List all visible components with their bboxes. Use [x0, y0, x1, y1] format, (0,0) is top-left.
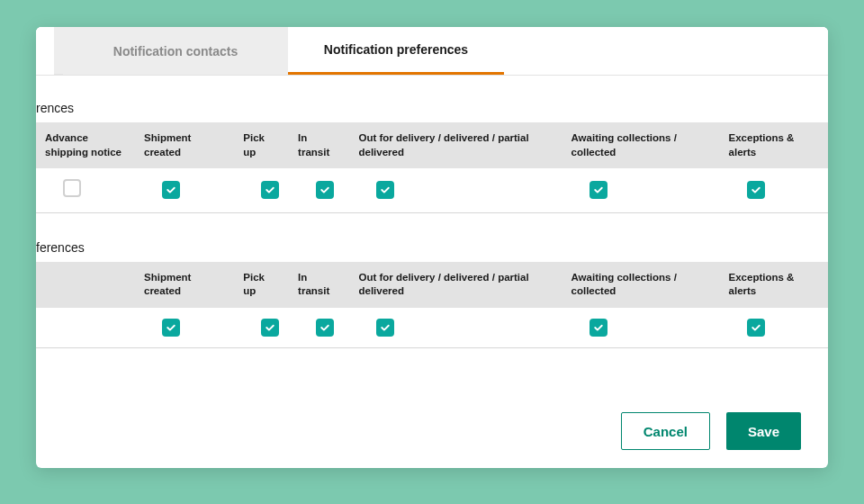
checkbox-in-transit-1[interactable] — [316, 181, 334, 199]
table1-header-5: Awaiting collections / collected — [562, 122, 720, 168]
checkbox-shipment-created-1[interactable] — [162, 181, 180, 199]
footer-actions: Cancel Save — [621, 412, 801, 450]
check-icon — [751, 322, 761, 333]
check-icon — [166, 322, 176, 333]
check-icon — [593, 184, 604, 195]
checkbox-exceptions-alerts-1[interactable] — [747, 181, 765, 199]
tab-spacer — [36, 27, 54, 75]
checkbox-awaiting-collections-1[interactable] — [590, 181, 608, 199]
check-icon — [265, 184, 275, 195]
table1-row — [36, 168, 828, 212]
table2-header-4: Out for delivery / delivered / partial d… — [349, 262, 562, 308]
save-button[interactable]: Save — [726, 412, 801, 450]
table2-header-6: Exceptions & alerts — [720, 262, 828, 308]
preferences-table-2: Shipment created Pick up In transit Out … — [36, 262, 828, 349]
check-icon — [593, 322, 604, 333]
section2-title: ferences — [36, 213, 828, 262]
settings-panel: Notification contacts Notification prefe… — [36, 27, 828, 468]
check-icon — [751, 184, 761, 195]
checkbox-in-transit-2[interactable] — [316, 319, 334, 337]
table2-row — [36, 308, 828, 347]
table2-header-5: Awaiting collections / collected — [562, 262, 720, 308]
check-icon — [320, 322, 330, 333]
checkbox-awaiting-collections-2[interactable] — [590, 319, 608, 337]
check-icon — [166, 184, 176, 195]
table1-header-3: In transit — [289, 122, 349, 168]
check-icon — [380, 322, 391, 333]
tab-contacts-label: Notification contacts — [113, 44, 238, 58]
table2-divider — [36, 347, 828, 348]
table1-header-2: Pick up — [234, 122, 289, 168]
tab-gap — [54, 27, 63, 75]
checkbox-out-for-delivery-2[interactable] — [376, 319, 394, 337]
table1-header-0: Advance shipping notice — [36, 122, 135, 168]
table1-header-1: Shipment created — [135, 122, 234, 168]
checkbox-shipment-created-2[interactable] — [162, 319, 180, 337]
table2-header-2: Pick up — [234, 262, 289, 308]
check-icon — [265, 322, 275, 333]
tab-contacts[interactable]: Notification contacts — [63, 27, 288, 75]
tab-rest — [504, 27, 828, 75]
table1-header-4: Out for delivery / delivered / partial d… — [349, 122, 562, 168]
checkbox-out-for-delivery-1[interactable] — [376, 181, 394, 199]
cancel-button[interactable]: Cancel — [621, 412, 710, 450]
section1-title: rences — [36, 76, 828, 122]
checkbox-advance-shipping-notice[interactable] — [63, 179, 81, 197]
table2-header-1: Shipment created — [135, 262, 234, 308]
checkbox-pickup-2[interactable] — [261, 319, 279, 337]
tab-preferences-label: Notification preferences — [324, 42, 468, 57]
save-button-label: Save — [748, 424, 779, 439]
check-icon — [380, 184, 391, 195]
tabs-bar: Notification contacts Notification prefe… — [36, 27, 828, 76]
table2-header-3: In transit — [289, 262, 349, 308]
cancel-button-label: Cancel — [644, 424, 688, 439]
table2-header-0 — [36, 262, 135, 308]
check-icon — [320, 184, 330, 195]
tab-preferences[interactable]: Notification preferences — [288, 27, 504, 75]
checkbox-exceptions-alerts-2[interactable] — [747, 319, 765, 337]
panel-content: rences Advance shipping notice Shipment … — [36, 76, 828, 348]
preferences-table-1: Advance shipping notice Shipment created… — [36, 122, 828, 213]
checkbox-pickup-1[interactable] — [261, 181, 279, 199]
table1-header-6: Exceptions & alerts — [720, 122, 828, 168]
